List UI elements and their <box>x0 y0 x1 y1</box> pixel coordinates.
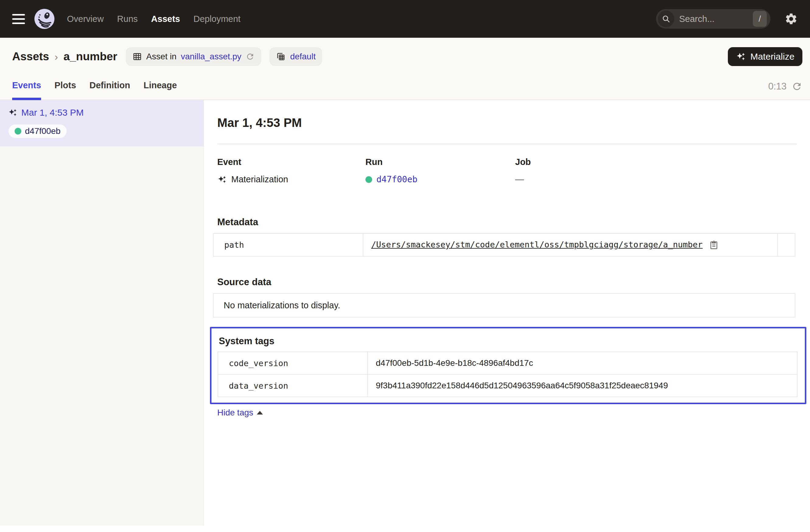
tag-value: 9f3b411a390fd22e158d446d5d12504963596aa6… <box>368 374 797 397</box>
job-column-label: Job <box>515 157 663 167</box>
run-status-dot <box>15 128 21 134</box>
asset-tabs: Events Plots Definition Lineage 0:13 <box>12 80 803 99</box>
event-summary: Event Materialization Run d <box>217 157 797 184</box>
search-shortcut-key: / <box>753 11 767 27</box>
materialize-label: Materialize <box>750 51 794 62</box>
settings-gear-icon[interactable] <box>784 12 798 26</box>
table-row: path /Users/smackesey/stm/code/elementl/… <box>213 233 795 256</box>
run-status-dot <box>366 176 372 183</box>
primary-nav: Overview Runs Assets Deployment <box>67 14 240 24</box>
reload-definition-icon[interactable] <box>246 52 255 61</box>
system-tags-table: code_version d47f00eb-5d1b-4e9e-b18c-489… <box>217 352 797 397</box>
repo-badge: default <box>270 47 322 66</box>
tab-definition[interactable]: Definition <box>90 80 130 99</box>
breadcrumb-current-asset: a_number <box>64 50 117 63</box>
event-type-value: Materialization <box>231 174 288 184</box>
sparkles-icon <box>217 175 227 184</box>
sparkles-icon <box>736 51 746 62</box>
metadata-path-link[interactable]: /Users/smackesey/stm/code/elementl/oss/t… <box>371 240 702 249</box>
asset-grid-icon <box>132 52 142 62</box>
sparkles-icon <box>8 108 18 117</box>
materialize-button[interactable]: Materialize <box>728 47 803 66</box>
run-id-link[interactable]: d47f00eb <box>376 174 418 184</box>
search-input[interactable]: Search... / <box>656 9 771 29</box>
divider <box>217 144 797 144</box>
breadcrumb-separator: › <box>54 51 58 63</box>
hide-tags-link[interactable]: Hide tags <box>217 408 263 418</box>
breadcrumb-assets-link[interactable]: Assets <box>12 50 49 63</box>
repo-grid-icon <box>276 52 286 62</box>
tab-plots[interactable]: Plots <box>54 80 76 99</box>
top-nav-bar: Overview Runs Assets Deployment Search..… <box>0 0 810 38</box>
job-empty-value: — <box>515 174 524 184</box>
nav-item-deployment[interactable]: Deployment <box>194 14 241 24</box>
repo-default-link[interactable]: default <box>290 52 315 62</box>
asset-file-link[interactable]: vanilla_asset.py <box>181 52 241 62</box>
tab-lineage[interactable]: Lineage <box>144 80 177 99</box>
refresh-icon[interactable] <box>791 81 803 92</box>
menu-hamburger-icon[interactable] <box>12 14 25 24</box>
source-data-empty-state: No materializations to display. <box>213 293 795 318</box>
hide-tags-label: Hide tags <box>217 408 253 418</box>
system-tags-heading: System tags <box>219 336 797 346</box>
asset-definition-badge: Asset in vanilla_asset.py <box>126 47 261 66</box>
caret-up-icon <box>257 411 263 415</box>
asset-badge-prefix: Asset in <box>146 52 177 62</box>
metadata-key: path <box>213 233 363 256</box>
run-id-pill[interactable]: d47f00eb <box>9 125 67 138</box>
source-data-heading: Source data <box>217 277 797 288</box>
tag-key: code_version <box>218 352 368 374</box>
system-tags-highlight-box: System tags code_version d47f00eb-5d1b-4… <box>210 327 806 404</box>
run-column-label: Run <box>366 157 515 167</box>
table-row: data_version 9f3b411a390fd22e158d446d5d1… <box>218 374 797 397</box>
breadcrumb: Assets › a_number <box>12 50 117 63</box>
copy-clipboard-icon[interactable] <box>709 241 718 250</box>
event-title: Mar 1, 4:53 PM <box>217 116 797 130</box>
metadata-action-cell <box>777 233 795 256</box>
event-timestamp-link[interactable]: Mar 1, 4:53 PM <box>21 108 84 118</box>
metadata-table: path /Users/smackesey/stm/code/elementl/… <box>213 233 795 257</box>
nav-item-runs[interactable]: Runs <box>117 14 138 24</box>
metadata-heading: Metadata <box>217 217 797 228</box>
tab-events[interactable]: Events <box>12 80 41 99</box>
nav-item-assets[interactable]: Assets <box>151 14 180 24</box>
run-id-text: d47f00eb <box>25 126 61 136</box>
event-column-label: Event <box>217 157 366 167</box>
table-row: code_version d47f00eb-5d1b-4e9e-b18c-489… <box>218 352 797 374</box>
tag-value: d47f00eb-5d1b-4e9e-b18c-4896af4bd17c <box>368 352 797 374</box>
nav-item-overview[interactable]: Overview <box>67 14 104 24</box>
search-placeholder: Search... <box>679 14 753 24</box>
search-icon <box>658 11 674 27</box>
event-detail-panel: Mar 1, 4:53 PM Event Materialization <box>204 100 810 526</box>
events-sidebar: Mar 1, 4:53 PM d47f00eb <box>0 100 204 526</box>
tag-key: data_version <box>218 374 368 397</box>
refresh-countdown: 0:13 <box>768 81 787 92</box>
dagster-logo[interactable] <box>33 7 56 30</box>
event-list-item-selected[interactable]: Mar 1, 4:53 PM d47f00eb <box>0 100 204 146</box>
asset-page-header: Assets › a_number Asset in vanilla_asset… <box>0 38 810 100</box>
